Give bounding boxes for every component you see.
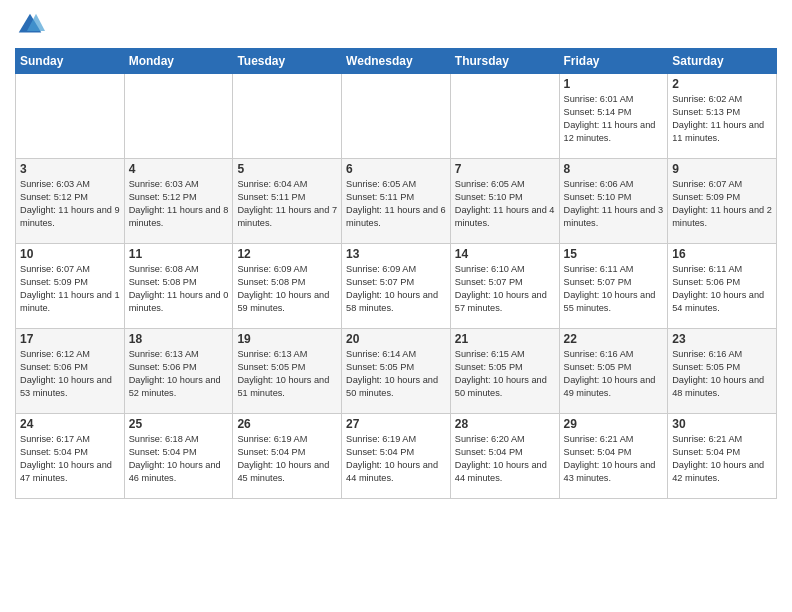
day-number: 25 xyxy=(129,417,229,431)
day-info: Sunrise: 6:09 AM Sunset: 5:07 PM Dayligh… xyxy=(346,263,446,315)
calendar-cell: 24Sunrise: 6:17 AM Sunset: 5:04 PM Dayli… xyxy=(16,414,125,499)
weekday-header: Monday xyxy=(124,49,233,74)
day-number: 26 xyxy=(237,417,337,431)
day-info: Sunrise: 6:05 AM Sunset: 5:10 PM Dayligh… xyxy=(455,178,555,230)
calendar-cell: 3Sunrise: 6:03 AM Sunset: 5:12 PM Daylig… xyxy=(16,159,125,244)
day-number: 19 xyxy=(237,332,337,346)
calendar-cell: 8Sunrise: 6:06 AM Sunset: 5:10 PM Daylig… xyxy=(559,159,668,244)
day-info: Sunrise: 6:11 AM Sunset: 5:07 PM Dayligh… xyxy=(564,263,664,315)
calendar-cell: 7Sunrise: 6:05 AM Sunset: 5:10 PM Daylig… xyxy=(450,159,559,244)
calendar-cell xyxy=(16,74,125,159)
calendar-week-row: 17Sunrise: 6:12 AM Sunset: 5:06 PM Dayli… xyxy=(16,329,777,414)
day-info: Sunrise: 6:19 AM Sunset: 5:04 PM Dayligh… xyxy=(346,433,446,485)
day-info: Sunrise: 6:10 AM Sunset: 5:07 PM Dayligh… xyxy=(455,263,555,315)
calendar-cell: 26Sunrise: 6:19 AM Sunset: 5:04 PM Dayli… xyxy=(233,414,342,499)
day-info: Sunrise: 6:11 AM Sunset: 5:06 PM Dayligh… xyxy=(672,263,772,315)
logo-icon xyxy=(15,10,45,40)
calendar-cell: 28Sunrise: 6:20 AM Sunset: 5:04 PM Dayli… xyxy=(450,414,559,499)
day-number: 8 xyxy=(564,162,664,176)
calendar-cell: 18Sunrise: 6:13 AM Sunset: 5:06 PM Dayli… xyxy=(124,329,233,414)
weekday-header: Tuesday xyxy=(233,49,342,74)
calendar-table: SundayMondayTuesdayWednesdayThursdayFrid… xyxy=(15,48,777,499)
page-container: SundayMondayTuesdayWednesdayThursdayFrid… xyxy=(0,0,792,509)
calendar-cell: 22Sunrise: 6:16 AM Sunset: 5:05 PM Dayli… xyxy=(559,329,668,414)
weekday-header: Saturday xyxy=(668,49,777,74)
day-number: 20 xyxy=(346,332,446,346)
day-number: 16 xyxy=(672,247,772,261)
day-number: 10 xyxy=(20,247,120,261)
day-info: Sunrise: 6:07 AM Sunset: 5:09 PM Dayligh… xyxy=(20,263,120,315)
calendar-cell: 13Sunrise: 6:09 AM Sunset: 5:07 PM Dayli… xyxy=(342,244,451,329)
day-info: Sunrise: 6:04 AM Sunset: 5:11 PM Dayligh… xyxy=(237,178,337,230)
calendar-cell: 25Sunrise: 6:18 AM Sunset: 5:04 PM Dayli… xyxy=(124,414,233,499)
day-number: 6 xyxy=(346,162,446,176)
calendar-week-row: 1Sunrise: 6:01 AM Sunset: 5:14 PM Daylig… xyxy=(16,74,777,159)
weekday-header: Wednesday xyxy=(342,49,451,74)
weekday-header: Thursday xyxy=(450,49,559,74)
day-number: 21 xyxy=(455,332,555,346)
calendar-cell: 14Sunrise: 6:10 AM Sunset: 5:07 PM Dayli… xyxy=(450,244,559,329)
day-number: 4 xyxy=(129,162,229,176)
weekday-header: Sunday xyxy=(16,49,125,74)
day-number: 17 xyxy=(20,332,120,346)
calendar-cell xyxy=(450,74,559,159)
day-info: Sunrise: 6:07 AM Sunset: 5:09 PM Dayligh… xyxy=(672,178,772,230)
calendar-cell: 21Sunrise: 6:15 AM Sunset: 5:05 PM Dayli… xyxy=(450,329,559,414)
calendar-cell: 29Sunrise: 6:21 AM Sunset: 5:04 PM Dayli… xyxy=(559,414,668,499)
day-info: Sunrise: 6:21 AM Sunset: 5:04 PM Dayligh… xyxy=(672,433,772,485)
day-number: 11 xyxy=(129,247,229,261)
calendar-week-row: 24Sunrise: 6:17 AM Sunset: 5:04 PM Dayli… xyxy=(16,414,777,499)
day-info: Sunrise: 6:13 AM Sunset: 5:05 PM Dayligh… xyxy=(237,348,337,400)
day-number: 1 xyxy=(564,77,664,91)
day-info: Sunrise: 6:13 AM Sunset: 5:06 PM Dayligh… xyxy=(129,348,229,400)
day-info: Sunrise: 6:15 AM Sunset: 5:05 PM Dayligh… xyxy=(455,348,555,400)
day-info: Sunrise: 6:09 AM Sunset: 5:08 PM Dayligh… xyxy=(237,263,337,315)
calendar-cell: 19Sunrise: 6:13 AM Sunset: 5:05 PM Dayli… xyxy=(233,329,342,414)
calendar-cell: 10Sunrise: 6:07 AM Sunset: 5:09 PM Dayli… xyxy=(16,244,125,329)
day-number: 14 xyxy=(455,247,555,261)
calendar-cell: 30Sunrise: 6:21 AM Sunset: 5:04 PM Dayli… xyxy=(668,414,777,499)
day-number: 30 xyxy=(672,417,772,431)
header xyxy=(15,10,777,40)
day-info: Sunrise: 6:19 AM Sunset: 5:04 PM Dayligh… xyxy=(237,433,337,485)
day-info: Sunrise: 6:05 AM Sunset: 5:11 PM Dayligh… xyxy=(346,178,446,230)
calendar-cell: 23Sunrise: 6:16 AM Sunset: 5:05 PM Dayli… xyxy=(668,329,777,414)
day-number: 5 xyxy=(237,162,337,176)
calendar-cell xyxy=(342,74,451,159)
day-info: Sunrise: 6:06 AM Sunset: 5:10 PM Dayligh… xyxy=(564,178,664,230)
calendar-cell: 1Sunrise: 6:01 AM Sunset: 5:14 PM Daylig… xyxy=(559,74,668,159)
day-info: Sunrise: 6:02 AM Sunset: 5:13 PM Dayligh… xyxy=(672,93,772,145)
day-number: 12 xyxy=(237,247,337,261)
weekday-header: Friday xyxy=(559,49,668,74)
day-info: Sunrise: 6:16 AM Sunset: 5:05 PM Dayligh… xyxy=(564,348,664,400)
day-info: Sunrise: 6:17 AM Sunset: 5:04 PM Dayligh… xyxy=(20,433,120,485)
calendar-cell: 20Sunrise: 6:14 AM Sunset: 5:05 PM Dayli… xyxy=(342,329,451,414)
calendar-cell: 2Sunrise: 6:02 AM Sunset: 5:13 PM Daylig… xyxy=(668,74,777,159)
day-number: 2 xyxy=(672,77,772,91)
calendar-cell: 4Sunrise: 6:03 AM Sunset: 5:12 PM Daylig… xyxy=(124,159,233,244)
day-info: Sunrise: 6:03 AM Sunset: 5:12 PM Dayligh… xyxy=(129,178,229,230)
day-info: Sunrise: 6:12 AM Sunset: 5:06 PM Dayligh… xyxy=(20,348,120,400)
calendar-cell xyxy=(124,74,233,159)
day-info: Sunrise: 6:08 AM Sunset: 5:08 PM Dayligh… xyxy=(129,263,229,315)
calendar-week-row: 10Sunrise: 6:07 AM Sunset: 5:09 PM Dayli… xyxy=(16,244,777,329)
day-info: Sunrise: 6:18 AM Sunset: 5:04 PM Dayligh… xyxy=(129,433,229,485)
calendar-cell: 11Sunrise: 6:08 AM Sunset: 5:08 PM Dayli… xyxy=(124,244,233,329)
day-number: 3 xyxy=(20,162,120,176)
day-number: 22 xyxy=(564,332,664,346)
day-number: 7 xyxy=(455,162,555,176)
calendar-cell: 17Sunrise: 6:12 AM Sunset: 5:06 PM Dayli… xyxy=(16,329,125,414)
calendar-cell: 9Sunrise: 6:07 AM Sunset: 5:09 PM Daylig… xyxy=(668,159,777,244)
calendar-cell: 15Sunrise: 6:11 AM Sunset: 5:07 PM Dayli… xyxy=(559,244,668,329)
calendar-cell: 27Sunrise: 6:19 AM Sunset: 5:04 PM Dayli… xyxy=(342,414,451,499)
calendar-cell: 6Sunrise: 6:05 AM Sunset: 5:11 PM Daylig… xyxy=(342,159,451,244)
calendar-cell: 12Sunrise: 6:09 AM Sunset: 5:08 PM Dayli… xyxy=(233,244,342,329)
day-number: 13 xyxy=(346,247,446,261)
day-info: Sunrise: 6:03 AM Sunset: 5:12 PM Dayligh… xyxy=(20,178,120,230)
calendar-cell: 16Sunrise: 6:11 AM Sunset: 5:06 PM Dayli… xyxy=(668,244,777,329)
calendar-header-row: SundayMondayTuesdayWednesdayThursdayFrid… xyxy=(16,49,777,74)
day-info: Sunrise: 6:01 AM Sunset: 5:14 PM Dayligh… xyxy=(564,93,664,145)
calendar-cell: 5Sunrise: 6:04 AM Sunset: 5:11 PM Daylig… xyxy=(233,159,342,244)
calendar-week-row: 3Sunrise: 6:03 AM Sunset: 5:12 PM Daylig… xyxy=(16,159,777,244)
day-number: 29 xyxy=(564,417,664,431)
